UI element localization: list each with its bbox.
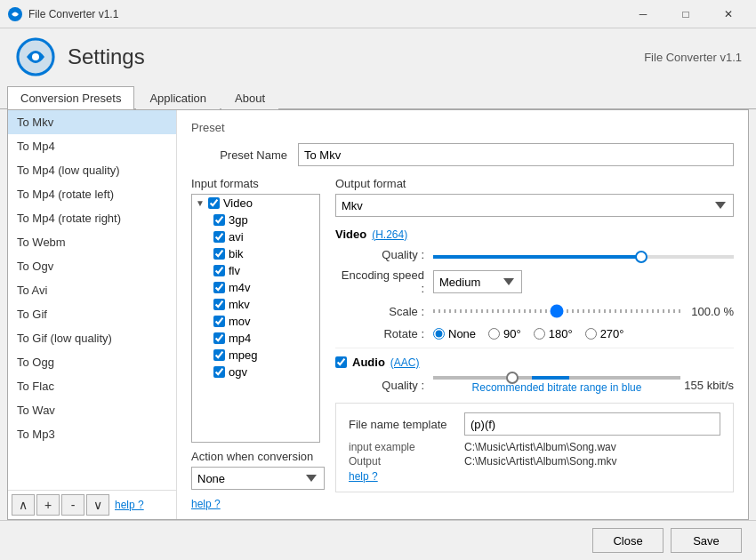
sidebar-item-12[interactable]: To Wav [8,398,176,422]
audio-enabled-checkbox[interactable] [335,356,347,368]
scale-label: Scale : [335,305,433,318]
input-example-value: C:\Music\Artist\Album\Song.wav [464,441,616,453]
audio-quality-slider[interactable] [433,376,680,380]
output-format-select[interactable]: Mkv Mp4 Avi Webm Ogv [335,194,734,217]
tab-application[interactable]: Application [136,86,220,109]
main-content: To Mkv To Mp4 To Mp4 (low quality) To Mp… [7,109,749,520]
tree-item-mkv[interactable]: mkv [192,296,319,313]
input-example-row: input example C:\Music\Artist\Album\Song… [349,441,720,453]
minimize-button[interactable]: ─ [623,1,664,28]
tree-item-bik[interactable]: bik [192,245,319,262]
sidebar-item-6[interactable]: To Ogv [8,254,176,278]
sidebar-item-13[interactable]: To Mp3 [8,422,176,446]
maximize-button[interactable]: □ [665,1,706,28]
sidebar-controls: ∧ + - ∨ help ? [8,490,176,519]
file-name-template-input[interactable] [464,412,720,436]
input-formats-tree: ▼ Video 3gp avi bik [191,194,320,443]
audio-quality-value: 155 kbit/s [680,379,734,392]
sidebar-item-2[interactable]: To Mp4 (low quality) [8,158,176,182]
video-title: Video [335,228,366,241]
file-name-template-label: File name template [349,418,464,431]
sidebar-item-7[interactable]: To Avi [8,278,176,302]
app-logo [14,36,57,78]
video-header: Video (H.264) [335,228,734,241]
preset-help-link[interactable]: help ? [191,498,221,510]
left-column: Input formats ▼ Video 3gp avi [191,177,325,510]
output-value: C:\Music\Artist\Album\Song.mkv [464,455,616,468]
video-checkbox[interactable] [208,197,220,209]
rotate-options: None 90° 180° 270° [433,327,624,340]
rotate-none-radio[interactable] [433,328,445,340]
sidebar-help-link[interactable]: help ? [115,499,144,511]
sidebar: To Mkv To Mp4 To Mp4 (low quality) To Mp… [8,110,177,519]
output-label: Output [349,455,464,468]
close-button[interactable]: Close [592,528,664,553]
title-bar-text: File Converter v1.1 [28,8,623,20]
rotate-90-radio[interactable] [488,328,500,340]
encoding-speed-select[interactable]: Ultrafast Superfast Veryfast Faster Fast… [433,270,522,293]
sidebar-item-11[interactable]: To Flac [8,374,176,398]
svg-point-3 [32,53,39,60]
close-window-button[interactable]: ✕ [708,1,749,28]
sidebar-item-1[interactable]: To Mp4 [8,134,176,158]
template-row: File name template [349,412,720,436]
sidebar-item-0[interactable]: To Mkv [8,110,176,134]
tree-item-mpeg[interactable]: mpeg [192,347,319,364]
preset-section-title: Preset [191,121,734,134]
action-select[interactable]: None Open folder Delete source [191,467,325,490]
rotate-180-radio[interactable] [534,328,545,340]
video-quality-label: Quality : [335,248,433,261]
sidebar-item-5[interactable]: To Webm [8,230,176,254]
sidebar-item-4[interactable]: To Mp4 (rotate right) [8,206,176,230]
app-header: Settings File Converter v1.1 [0,28,756,85]
rotate-270-option[interactable]: 270° [585,327,624,340]
title-bar-controls: ─ □ ✕ [623,1,749,28]
rotate-none-option[interactable]: None [433,327,476,340]
tree-item-flv[interactable]: flv [192,262,319,279]
app-icon [7,6,23,22]
file-name-template-section: File name template input example C:\Musi… [335,403,734,492]
two-col-layout: Input formats ▼ Video 3gp avi [191,177,734,510]
scale-row: Scale : 100.0 % [335,302,734,320]
tree-item-mov[interactable]: mov [192,313,319,330]
template-help-link[interactable]: help ? [349,470,378,483]
audio-header: Audio (AAC) [335,356,734,369]
sidebar-item-10[interactable]: To Ogg [8,350,176,374]
input-example-label: input example [349,441,464,453]
rotate-270-radio[interactable] [585,328,597,340]
sidebar-item-9[interactable]: To Gif (low quality) [8,326,176,350]
save-button[interactable]: Save [671,528,742,553]
move-down-button[interactable]: ∨ [86,494,109,516]
preset-name-input[interactable] [298,143,734,166]
scale-slider-container [433,302,680,320]
tree-item-mp4[interactable]: mp4 [192,330,319,347]
tabs-bar: Conversion Presets Application About [0,85,756,109]
recommended-text: Recommended bitrate range in blue [433,381,680,394]
rotate-180-option[interactable]: 180° [534,327,573,340]
app-version: File Converter v1.1 [644,51,742,64]
tree-item-m4v[interactable]: m4v [192,279,319,296]
tree-item-3gp[interactable]: 3gp [192,212,319,228]
remove-button[interactable]: - [61,494,84,516]
tab-about[interactable]: About [221,86,278,109]
tree-item-avi[interactable]: avi [192,228,319,245]
rotate-90-option[interactable]: 90° [488,327,521,340]
add-button[interactable]: + [36,494,60,516]
video-quality-slider[interactable] [433,255,734,259]
sidebar-item-3[interactable]: To Mp4 (rotate left) [8,182,176,206]
tree-item-ogv[interactable]: ogv [192,364,319,380]
tree-video-parent[interactable]: ▼ Video [192,195,319,212]
audio-section: Audio (AAC) Quality : Recommended bitrat… [335,356,734,394]
scale-slider[interactable] [433,309,680,313]
right-column: Output format Mkv Mp4 Avi Webm Ogv Video [335,177,734,510]
preset-name-label: Preset Name [191,148,298,162]
audio-quality-label: Quality : [335,379,433,392]
sidebar-list: To Mkv To Mp4 To Mp4 (low quality) To Mp… [8,110,176,490]
tab-conversion-presets[interactable]: Conversion Presets [7,86,134,109]
video-quality-slider-container [433,248,734,261]
preset-name-row: Preset Name [191,143,734,166]
video-codec-badge[interactable]: (H.264) [372,228,407,241]
sidebar-item-8[interactable]: To Gif [8,302,176,326]
move-up-button[interactable]: ∧ [12,494,35,516]
audio-codec-badge[interactable]: (AAC) [390,356,420,369]
